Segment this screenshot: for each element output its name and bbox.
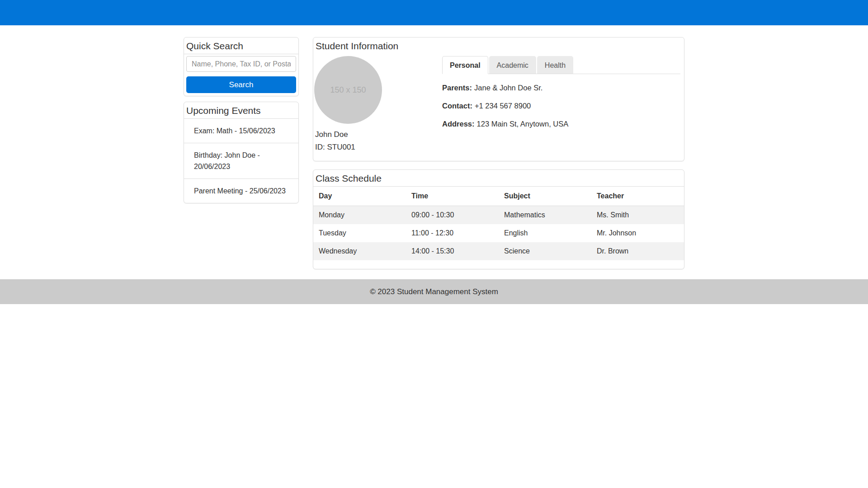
cell-day: Wednesday	[313, 242, 406, 260]
student-info-card: Student Information 150 x 150 John Doe I…	[313, 37, 684, 161]
avatar-placeholder: 150 x 150	[314, 56, 382, 124]
cell-day: Monday	[313, 206, 406, 225]
event-item: Exam: Math - 15/06/2023	[184, 119, 298, 143]
info-value: 123 Main St, Anytown, USA	[477, 120, 569, 128]
student-id: ID: STU001	[314, 143, 442, 152]
info-line-address: Address:123 Main St, Anytown, USA	[442, 120, 678, 128]
table-row: Wednesday 14:00 - 15:30 Science Dr. Brow…	[313, 242, 684, 260]
col-header-day: Day	[313, 187, 406, 206]
page-container: Quick Search Search Upcoming Events Exam…	[184, 37, 684, 269]
info-label: Address:	[442, 120, 475, 128]
col-header-subject: Subject	[499, 187, 591, 206]
footer-text: © 2023 Student Management System	[370, 287, 498, 296]
cell-subject: Science	[499, 242, 591, 260]
cell-day: Tuesday	[313, 224, 406, 242]
student-name: John Doe	[314, 130, 442, 139]
event-item: Birthday: John Doe - 20/06/2023	[184, 143, 298, 178]
info-line-parents: Parents:Jane & John Doe Sr.	[442, 84, 678, 92]
tab-health[interactable]: Health	[537, 56, 573, 74]
search-input[interactable]	[186, 56, 296, 72]
info-label: Contact:	[442, 102, 472, 110]
schedule-header-row: Day Time Subject Teacher	[313, 187, 684, 206]
quick-search-card: Quick Search Search	[184, 37, 299, 96]
info-line-contact: Contact:+1 234 567 8900	[442, 102, 678, 110]
class-schedule-card: Class Schedule Day Time Subject Teacher …	[313, 169, 684, 269]
student-summary: 150 x 150 John Doe ID: STU001	[314, 55, 442, 152]
cell-subject: Mathematics	[499, 206, 591, 225]
student-tabs: Personal Academic Health	[442, 56, 680, 74]
cell-teacher: Ms. Smith	[591, 206, 684, 225]
table-row: Monday 09:00 - 10:30 Mathematics Ms. Smi…	[313, 206, 684, 225]
info-value: +1 234 567 8900	[475, 102, 531, 110]
class-schedule-title: Class Schedule	[313, 170, 684, 187]
student-info-body: 150 x 150 John Doe ID: STU001 Personal A…	[313, 54, 684, 161]
upcoming-events-title: Upcoming Events	[184, 102, 298, 119]
table-row: Tuesday 11:00 - 12:30 English Mr. Johnso…	[313, 224, 684, 242]
tab-personal[interactable]: Personal	[442, 56, 488, 74]
schedule-table-wrap: Day Time Subject Teacher Monday 09:00 - …	[313, 187, 684, 269]
cell-time: 14:00 - 15:30	[406, 242, 499, 260]
event-list: Exam: Math - 15/06/2023 Birthday: John D…	[184, 119, 298, 203]
cell-teacher: Dr. Brown	[591, 242, 684, 260]
upcoming-events-card: Upcoming Events Exam: Math - 15/06/2023 …	[184, 102, 299, 203]
app-header	[0, 0, 868, 25]
main-content: Student Information 150 x 150 John Doe I…	[313, 37, 684, 269]
tab-academic[interactable]: Academic	[489, 56, 536, 74]
cell-time: 09:00 - 10:30	[406, 206, 499, 225]
personal-tab-panel: Parents:Jane & John Doe Sr. Contact:+1 2…	[442, 84, 680, 128]
info-label: Parents:	[442, 84, 472, 92]
cell-teacher: Mr. Johnson	[591, 224, 684, 242]
avatar-placeholder-label: 150 x 150	[330, 85, 366, 95]
sidebar: Quick Search Search Upcoming Events Exam…	[184, 37, 299, 203]
quick-search-body: Search	[184, 54, 298, 96]
cell-time: 11:00 - 12:30	[406, 224, 499, 242]
quick-search-title: Quick Search	[184, 38, 298, 54]
info-value: Jane & John Doe Sr.	[474, 84, 542, 92]
student-info-title: Student Information	[313, 38, 684, 54]
cell-subject: English	[499, 224, 591, 242]
student-details: Personal Academic Health Parents:Jane & …	[442, 55, 680, 152]
event-item: Parent Meeting - 25/06/2023	[184, 178, 298, 203]
schedule-table: Day Time Subject Teacher Monday 09:00 - …	[313, 187, 684, 260]
app-footer: © 2023 Student Management System	[0, 279, 868, 304]
search-button[interactable]: Search	[186, 76, 296, 93]
col-header-time: Time	[406, 187, 499, 206]
col-header-teacher: Teacher	[591, 187, 684, 206]
